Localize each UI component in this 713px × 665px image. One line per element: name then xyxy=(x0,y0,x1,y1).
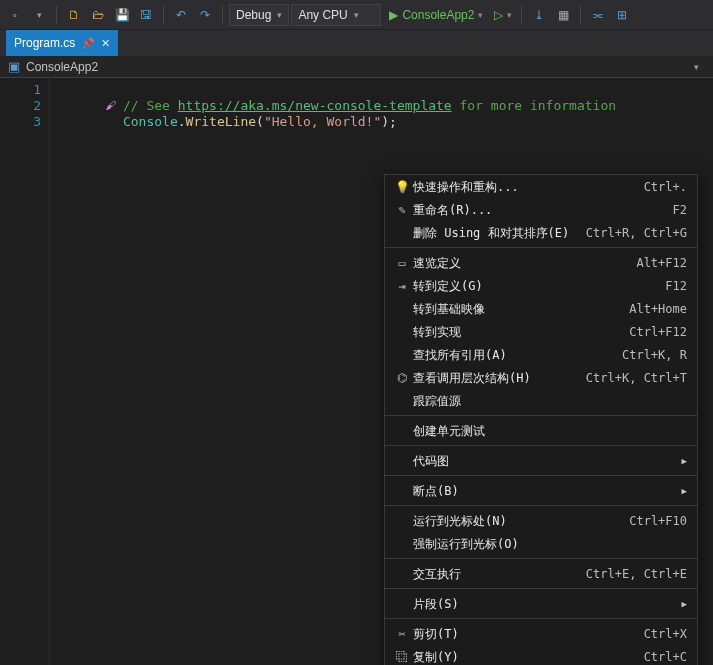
submenu-arrow-icon: ▶ xyxy=(682,596,687,612)
menu-item[interactable]: 转到基础映像Alt+Home xyxy=(385,297,697,320)
tab-program-cs[interactable]: Program.cs 📌 ✕ xyxy=(6,30,118,56)
menu-separator xyxy=(385,475,697,476)
menu-item[interactable]: 强制运行到光标(O) xyxy=(385,532,697,555)
save-all-icon[interactable]: 🖫 xyxy=(135,4,157,26)
menu-item-icon: ▭ xyxy=(391,255,413,271)
menu-item-label: 复制(Y) xyxy=(413,649,632,665)
menu-item-label: 断点(B) xyxy=(413,483,676,499)
menu-separator xyxy=(385,558,697,559)
menu-item[interactable]: 运行到光标处(N)Ctrl+F10 xyxy=(385,509,697,532)
menu-item[interactable]: 断点(B)▶ xyxy=(385,479,697,502)
submenu-arrow-icon: ▶ xyxy=(682,483,687,499)
menu-item-label: 代码图 xyxy=(413,453,676,469)
new-project-icon[interactable]: 🗋 xyxy=(63,4,85,26)
menu-item-shortcut: Ctrl+E, Ctrl+E xyxy=(586,566,687,582)
chevron-down-icon: ▾ xyxy=(277,10,282,20)
menu-item-shortcut: Ctrl+F10 xyxy=(629,513,687,529)
main-toolbar: ◦ ▾ 🗋 🗁 💾 🖫 ↶ ↷ Debug ▾ Any CPU ▾ ▶ Cons… xyxy=(0,0,713,30)
menu-item-label: 查看调用层次结构(H) xyxy=(413,370,574,386)
menu-item-icon: ✂ xyxy=(391,626,413,642)
csharp-project-icon: ▣ xyxy=(8,59,20,74)
chevron-down-icon: ▾ xyxy=(354,10,359,20)
menu-item-shortcut: Ctrl+F12 xyxy=(629,324,687,340)
menu-item-shortcut: Ctrl+X xyxy=(644,626,687,642)
menu-item[interactable]: ⿻复制(Y)Ctrl+C xyxy=(385,645,697,665)
menu-item-icon: ✎ xyxy=(391,202,413,218)
misc-icon[interactable]: ⊞ xyxy=(611,4,633,26)
context-menu: 💡快速操作和重构...Ctrl+.✎重命名(R)...F2删除 Using 和对… xyxy=(384,174,698,665)
menu-item[interactable]: ✂剪切(T)Ctrl+X xyxy=(385,622,697,645)
run-button[interactable]: ▶ ConsoleApp2 ▾ xyxy=(383,4,489,26)
play-icon: ▶ xyxy=(389,8,398,22)
project-name: ConsoleApp2 xyxy=(26,60,98,74)
code-editor[interactable]: 1 2 3 🖌// See https://aka.ms/new-console… xyxy=(0,78,713,665)
close-icon[interactable]: ✕ xyxy=(101,37,110,50)
menu-separator xyxy=(385,505,697,506)
play-outline-icon: ▷ xyxy=(494,8,503,22)
run-noattach-button[interactable]: ▷ ▾ xyxy=(491,4,515,26)
line-gutter: 1 2 3 xyxy=(0,78,50,665)
editor-navbar[interactable]: ▣ ConsoleApp2 ▾ xyxy=(0,56,713,78)
menu-item-shortcut: Ctrl+C xyxy=(644,649,687,665)
menu-item[interactable]: 删除 Using 和对其排序(E)Ctrl+R, Ctrl+G xyxy=(385,221,697,244)
menu-item-shortcut: F2 xyxy=(673,202,687,218)
menu-item[interactable]: 查找所有引用(A)Ctrl+K, R xyxy=(385,343,697,366)
menu-item-label: 跟踪值源 xyxy=(413,393,687,409)
menu-item-shortcut: Ctrl+K, R xyxy=(622,347,687,363)
menu-item[interactable]: ⇥转到定义(G)F12 xyxy=(385,274,697,297)
menu-item-label: 片段(S) xyxy=(413,596,676,612)
editor-tabs: Program.cs 📌 ✕ xyxy=(0,30,713,56)
add-icon[interactable]: ⫘ xyxy=(587,4,609,26)
menu-item[interactable]: 片段(S)▶ xyxy=(385,592,697,615)
menu-item[interactable]: ✎重命名(R)...F2 xyxy=(385,198,697,221)
menu-item-label: 重命名(R)... xyxy=(413,202,661,218)
redo-icon[interactable]: ↷ xyxy=(194,4,216,26)
nav-fwd-button[interactable]: ▾ xyxy=(28,4,50,26)
menu-separator xyxy=(385,415,697,416)
menu-item-label: 运行到光标处(N) xyxy=(413,513,617,529)
menu-item[interactable]: 交互执行Ctrl+E, Ctrl+E xyxy=(385,562,697,585)
menu-item[interactable]: 代码图▶ xyxy=(385,449,697,472)
menu-item-icon: ⌬ xyxy=(391,370,413,386)
menu-item-label: 转到基础映像 xyxy=(413,301,617,317)
menu-item-label: 交互执行 xyxy=(413,566,574,582)
open-icon[interactable]: 🗁 xyxy=(87,4,109,26)
config-value: Debug xyxy=(236,8,271,22)
chevron-down-icon: ▾ xyxy=(694,62,705,72)
undo-icon[interactable]: ↶ xyxy=(170,4,192,26)
submenu-arrow-icon: ▶ xyxy=(682,453,687,469)
menu-separator xyxy=(385,588,697,589)
menu-item-icon: 💡 xyxy=(391,179,413,195)
refactor-icon[interactable]: 🖌 xyxy=(105,98,123,114)
pin-icon[interactable]: 📌 xyxy=(81,37,95,50)
menu-item-shortcut: Alt+F12 xyxy=(636,255,687,271)
menu-item[interactable]: ▭速览定义Alt+F12 xyxy=(385,251,697,274)
menu-item-icon: ⇥ xyxy=(391,278,413,294)
tab-filename: Program.cs xyxy=(14,36,75,50)
step-icon[interactable]: ⤓ xyxy=(528,4,550,26)
menu-item[interactable]: 💡快速操作和重构...Ctrl+. xyxy=(385,175,697,198)
menu-item[interactable]: 转到实现Ctrl+F12 xyxy=(385,320,697,343)
config-dropdown[interactable]: Debug ▾ xyxy=(229,4,289,26)
build-icon[interactable]: ▦ xyxy=(552,4,574,26)
menu-item-label: 速览定义 xyxy=(413,255,624,271)
menu-item-shortcut: Ctrl+R, Ctrl+G xyxy=(586,225,687,241)
menu-item-label: 强制运行到光标(O) xyxy=(413,536,687,552)
menu-separator xyxy=(385,445,697,446)
menu-item[interactable]: 跟踪值源 xyxy=(385,389,697,412)
code-line: 🖌// See https://aka.ms/new-console-templ… xyxy=(58,82,616,98)
menu-item-label: 查找所有引用(A) xyxy=(413,347,610,363)
nav-button[interactable]: ◦ xyxy=(4,4,26,26)
menu-separator xyxy=(385,247,697,248)
menu-item-label: 剪切(T) xyxy=(413,626,632,642)
save-icon[interactable]: 💾 xyxy=(111,4,133,26)
run-target: ConsoleApp2 xyxy=(402,8,474,22)
menu-item[interactable]: 创建单元测试 xyxy=(385,419,697,442)
menu-item[interactable]: ⌬查看调用层次结构(H)Ctrl+K, Ctrl+T xyxy=(385,366,697,389)
platform-value: Any CPU xyxy=(298,8,347,22)
platform-dropdown[interactable]: Any CPU ▾ xyxy=(291,4,381,26)
menu-item-shortcut: Alt+Home xyxy=(629,301,687,317)
menu-item-label: 快速操作和重构... xyxy=(413,179,632,195)
menu-separator xyxy=(385,618,697,619)
menu-item-label: 删除 Using 和对其排序(E) xyxy=(413,225,574,241)
